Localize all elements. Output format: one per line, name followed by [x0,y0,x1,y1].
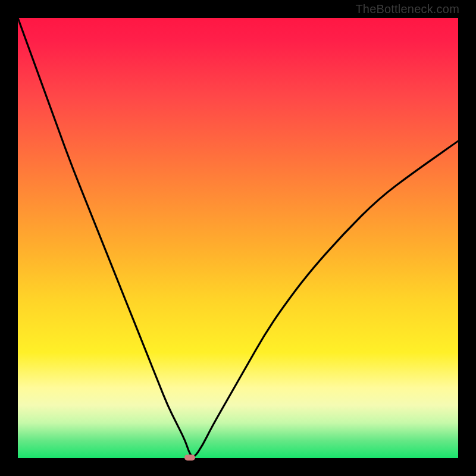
watermark-text: TheBottleneck.com [355,2,459,16]
plot-area [18,18,458,458]
chart-frame: TheBottleneck.com [0,0,476,476]
bottleneck-curve [18,18,458,458]
optimum-marker [184,455,195,461]
